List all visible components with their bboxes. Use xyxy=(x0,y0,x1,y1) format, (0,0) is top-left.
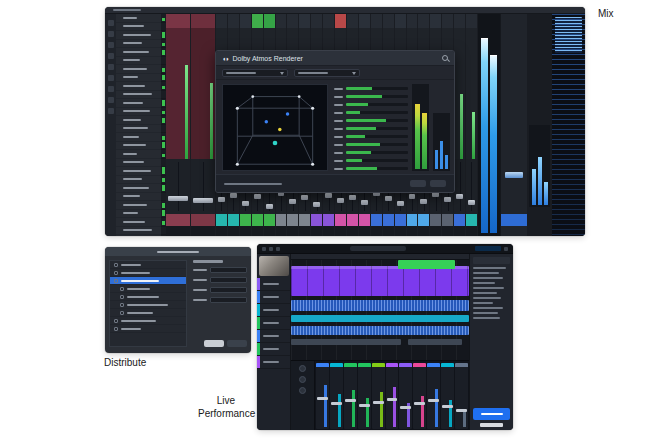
track-artwork-thumbnail[interactable] xyxy=(259,256,289,276)
console-fader[interactable] xyxy=(373,401,384,404)
main-out-strip[interactable] xyxy=(500,14,527,236)
channel-list-item[interactable] xyxy=(116,48,161,57)
console-strip[interactable] xyxy=(372,363,385,429)
distribute-list-item[interactable] xyxy=(110,293,186,301)
track-header-row[interactable] xyxy=(257,330,290,343)
track-header-row[interactable] xyxy=(257,343,290,356)
console-strip[interactable] xyxy=(455,363,468,429)
checkbox[interactable] xyxy=(120,295,124,299)
renderer-channel-row[interactable] xyxy=(334,101,408,108)
strip-fader[interactable] xyxy=(254,194,261,199)
strip-fader[interactable] xyxy=(397,201,404,206)
strip-fader[interactable] xyxy=(230,193,237,198)
channel-list-item[interactable] xyxy=(116,142,161,151)
console-fader[interactable] xyxy=(428,399,439,402)
channel-list-item[interactable] xyxy=(116,150,161,159)
browser-list-item[interactable] xyxy=(473,287,504,289)
console-fader[interactable] xyxy=(456,409,467,412)
checkbox[interactable] xyxy=(120,287,124,291)
browser-list-item[interactable] xyxy=(473,302,493,304)
tool-icon[interactable] xyxy=(108,42,114,48)
toolbar-icon[interactable] xyxy=(276,247,280,251)
track-header-row[interactable] xyxy=(257,356,290,369)
timeline-clip[interactable] xyxy=(291,339,401,345)
toolbar-icon[interactable] xyxy=(269,247,273,251)
strip-fader[interactable] xyxy=(468,200,475,205)
checkbox[interactable] xyxy=(120,303,124,307)
channel-list-item[interactable] xyxy=(116,218,161,227)
renderer-3d-room-view[interactable] xyxy=(222,84,328,171)
browser-list-item[interactable] xyxy=(473,277,503,279)
search-icon[interactable] xyxy=(442,55,448,61)
renderer-channel-row[interactable] xyxy=(334,165,408,171)
timeline-clip[interactable] xyxy=(291,300,469,311)
renderer-channel-row[interactable] xyxy=(334,141,408,148)
browser-list-item[interactable] xyxy=(473,272,499,274)
tool-icon[interactable] xyxy=(108,97,114,103)
channel-list-item[interactable] xyxy=(116,116,161,125)
console-strip[interactable] xyxy=(316,363,329,429)
browser-header[interactable] xyxy=(473,257,510,264)
channel-list-item[interactable] xyxy=(116,14,161,23)
checkbox[interactable] xyxy=(114,263,118,267)
text-input[interactable] xyxy=(210,267,247,273)
channel-list-item[interactable] xyxy=(116,57,161,66)
timeline-clip[interactable] xyxy=(291,266,469,296)
console-strip[interactable] xyxy=(441,363,454,429)
track-header-row[interactable] xyxy=(257,278,290,291)
checkbox[interactable] xyxy=(114,319,118,323)
strip-fader[interactable] xyxy=(349,195,356,200)
channel-list-item[interactable] xyxy=(116,65,161,74)
renderer-channel-row[interactable] xyxy=(334,149,408,156)
distribute-list-item[interactable] xyxy=(110,285,186,293)
channel-list-item[interactable] xyxy=(116,125,161,134)
strip-fader[interactable] xyxy=(456,194,463,199)
strip-fader[interactable] xyxy=(420,199,427,204)
console-fader[interactable] xyxy=(345,399,356,402)
renderer-button-2[interactable] xyxy=(430,180,446,187)
mixer-strip[interactable] xyxy=(166,14,191,236)
console-knob[interactable] xyxy=(299,376,306,383)
tool-icon[interactable] xyxy=(108,64,114,70)
strip-fader[interactable] xyxy=(361,200,368,205)
strip-fader[interactable] xyxy=(266,204,273,209)
renderer-channel-row[interactable] xyxy=(334,85,408,92)
console-strip[interactable] xyxy=(344,363,357,429)
distribute-button-browse[interactable] xyxy=(204,340,224,347)
channel-list-item[interactable] xyxy=(116,108,161,117)
renderer-channel-row[interactable] xyxy=(334,117,408,124)
console-strip[interactable] xyxy=(330,363,343,429)
renderer-button-1[interactable] xyxy=(410,180,426,187)
text-input[interactable] xyxy=(210,287,247,293)
channel-list-item[interactable] xyxy=(116,91,161,100)
strip-fader[interactable] xyxy=(301,195,308,200)
browser-list-item[interactable] xyxy=(473,267,506,269)
track-header-row[interactable] xyxy=(257,291,290,304)
renderer-channel-row[interactable] xyxy=(334,157,408,164)
distribute-list-item[interactable] xyxy=(110,317,186,325)
timeline-clip[interactable] xyxy=(291,326,469,335)
console-strip[interactable] xyxy=(358,363,371,429)
output-select[interactable] xyxy=(294,69,360,77)
strip-fader[interactable] xyxy=(325,193,332,198)
timeline-clip[interactable] xyxy=(398,260,455,269)
mixer-strip[interactable] xyxy=(454,14,466,236)
console-strip[interactable] xyxy=(413,363,426,429)
channel-list-item[interactable] xyxy=(116,159,161,168)
strip-fader[interactable] xyxy=(218,197,225,202)
console-strip[interactable] xyxy=(427,363,440,429)
channel-list-item[interactable] xyxy=(116,40,161,49)
strip-fader[interactable] xyxy=(337,198,344,203)
strip-fader[interactable] xyxy=(444,197,451,202)
browser-list-item[interactable] xyxy=(473,312,498,314)
toolbar-icon[interactable] xyxy=(262,247,266,251)
console-fader[interactable] xyxy=(331,402,342,405)
browser-list-item[interactable] xyxy=(473,307,503,309)
browser-list-item[interactable] xyxy=(473,297,501,299)
text-input[interactable] xyxy=(210,277,247,283)
timeline-clip[interactable] xyxy=(291,315,469,322)
strip-fader[interactable] xyxy=(242,201,249,206)
strip-fader[interactable] xyxy=(289,199,296,204)
console-strip[interactable] xyxy=(399,363,412,429)
channel-list-item[interactable] xyxy=(116,31,161,40)
